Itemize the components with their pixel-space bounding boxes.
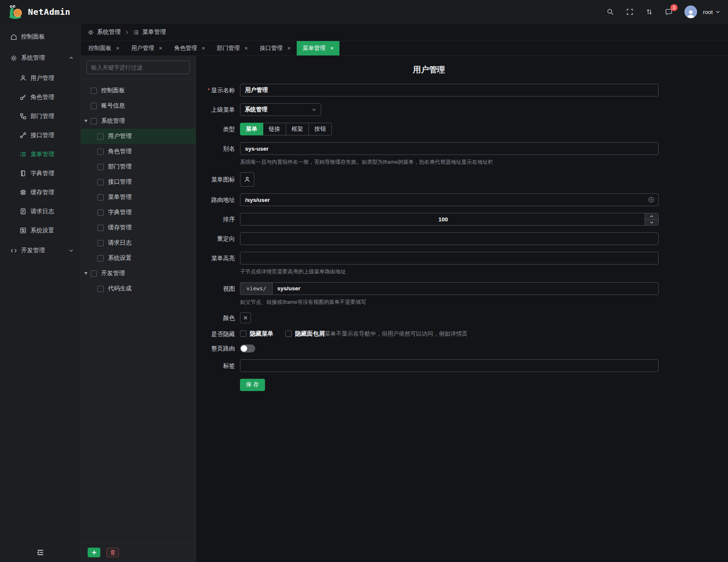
checkbox[interactable] xyxy=(240,331,246,337)
fullscreen-icon[interactable] xyxy=(626,8,634,16)
delete-menu-button[interactable] xyxy=(106,548,119,557)
decrement-button[interactable] xyxy=(645,220,658,226)
add-menu-button[interactable] xyxy=(88,548,100,557)
tree-filter-input[interactable] xyxy=(86,61,190,74)
search-icon[interactable] xyxy=(607,8,614,16)
route-input[interactable] xyxy=(240,193,659,206)
checkbox[interactable] xyxy=(97,133,104,140)
tree-item[interactable]: 请求日志 xyxy=(81,235,196,251)
menu-icon-picker[interactable] xyxy=(240,172,254,187)
tree-item[interactable]: 系统管理 xyxy=(81,113,196,129)
tree-item[interactable]: 缓存管理 xyxy=(81,220,196,235)
sidebar-item-departments[interactable]: 部门管理 xyxy=(0,107,80,126)
sidebar-group-system[interactable]: 系统管理 xyxy=(0,47,80,69)
hide-menu-checkbox-item[interactable]: 隐藏菜单 xyxy=(240,330,273,338)
tab-dashboard[interactable]: 控制面板× xyxy=(83,41,125,55)
tree-item[interactable]: 接口管理 xyxy=(81,174,196,190)
highlight-hint: 子节点或详情页需要高亮的上级菜单路由地址 xyxy=(240,268,659,275)
caret-down-icon[interactable] xyxy=(84,272,88,275)
type-option-menu[interactable]: 菜单 xyxy=(240,123,263,135)
tab-users[interactable]: 用户管理× xyxy=(125,41,168,55)
close-icon[interactable]: × xyxy=(330,45,334,51)
settings-icon xyxy=(19,227,27,234)
breadcrumb: 系统管理 菜单管理 xyxy=(81,24,728,41)
tab-roles[interactable]: 角色管理× xyxy=(168,41,211,55)
type-option-link[interactable]: 链接 xyxy=(263,123,286,135)
checkbox[interactable] xyxy=(97,240,104,246)
checkbox[interactable] xyxy=(97,286,104,292)
checkbox[interactable] xyxy=(91,103,97,109)
display-name-input[interactable] xyxy=(240,84,659,96)
redirect-label: 重定向 xyxy=(199,232,235,245)
checkbox[interactable] xyxy=(285,331,292,337)
sidebar-item-users[interactable]: 用户管理 xyxy=(0,69,80,88)
checkbox[interactable] xyxy=(97,164,104,170)
book-icon xyxy=(19,170,27,177)
tree-item[interactable]: 部门管理 xyxy=(81,159,196,174)
type-option-button[interactable]: 按钮 xyxy=(309,123,332,135)
redirect-input[interactable] xyxy=(240,232,659,245)
color-picker-button[interactable] xyxy=(240,312,251,323)
user-menu[interactable]: root xyxy=(703,9,720,15)
checkbox[interactable] xyxy=(91,118,97,124)
tree-item[interactable]: 账号信息 xyxy=(81,98,196,113)
avatar[interactable] xyxy=(684,6,697,18)
hide-breadcrumb-checkbox-item[interactable]: 隐藏面包屑 xyxy=(285,330,325,338)
alias-input[interactable] xyxy=(240,142,659,155)
tree-item[interactable]: 角色管理 xyxy=(81,144,196,159)
app-logo[interactable]: NetAdmin xyxy=(8,4,70,20)
breadcrumb-item-menus[interactable]: 菜单管理 xyxy=(133,28,166,36)
tab-api[interactable]: 接口管理× xyxy=(254,41,297,55)
sidebar-item-request-log[interactable]: 请求日志 xyxy=(0,202,80,221)
sort-input[interactable] xyxy=(240,213,659,226)
tree-item[interactable]: 字典管理 xyxy=(81,205,196,220)
close-icon[interactable]: × xyxy=(159,45,162,51)
caret-down-icon[interactable] xyxy=(84,120,88,122)
breadcrumb-item-system[interactable]: 系统管理 xyxy=(88,28,121,36)
tree-item[interactable]: 开发管理 xyxy=(81,266,196,281)
sidebar-item-dictionary[interactable]: 字典管理 xyxy=(0,164,80,183)
highlight-input[interactable] xyxy=(240,252,659,264)
parent-menu-select[interactable]: 系统管理 xyxy=(240,103,321,116)
view-input[interactable] xyxy=(272,282,659,295)
save-button[interactable]: 保 存 xyxy=(240,379,265,391)
tree-item[interactable]: 控制面板 xyxy=(81,83,196,98)
checkbox[interactable] xyxy=(97,209,104,216)
full-page-route-label: 整页路由 xyxy=(199,344,235,353)
tree-item[interactable]: 菜单管理 xyxy=(81,190,196,205)
tree-item[interactable]: 系统设置 xyxy=(81,251,196,266)
close-icon[interactable]: × xyxy=(116,45,119,51)
tree-item[interactable]: 代码生成 xyxy=(81,281,196,296)
sort-arrows-icon[interactable] xyxy=(645,8,653,16)
chevron-down-icon xyxy=(715,9,720,14)
sidebar-item-settings[interactable]: 系统设置 xyxy=(0,221,80,240)
tab-departments[interactable]: 部门管理× xyxy=(211,41,254,55)
sidebar-item-api[interactable]: 接口管理 xyxy=(0,126,80,145)
sidebar-item-cache[interactable]: 缓存管理 xyxy=(0,183,80,202)
checkbox[interactable] xyxy=(97,225,104,231)
type-option-iframe[interactable]: 框架 xyxy=(286,123,309,135)
sidebar-item-roles[interactable]: 角色管理 xyxy=(0,88,80,107)
checkbox[interactable] xyxy=(97,255,104,262)
increment-button[interactable] xyxy=(645,213,658,220)
tree-item-selected[interactable]: 用户管理 xyxy=(81,129,196,144)
checkbox[interactable] xyxy=(97,179,104,185)
close-icon[interactable]: × xyxy=(287,45,291,51)
clear-icon[interactable] xyxy=(648,197,654,203)
sidebar-item-dashboard[interactable]: 控制面板 xyxy=(0,26,80,47)
collapse-sidebar-icon[interactable] xyxy=(37,549,44,556)
notifications-button[interactable]: 3 xyxy=(665,8,673,16)
sidebar-group-development[interactable]: 开发管理 xyxy=(0,240,80,261)
checkbox[interactable] xyxy=(91,270,97,277)
chevron-up-icon xyxy=(649,214,654,219)
tab-menus[interactable]: 菜单管理× xyxy=(297,41,339,55)
checkbox[interactable] xyxy=(97,194,104,201)
sidebar-item-menus[interactable]: 菜单管理 xyxy=(0,145,80,164)
close-icon[interactable]: × xyxy=(245,45,248,51)
checkbox[interactable] xyxy=(91,88,97,94)
close-icon[interactable]: × xyxy=(201,45,205,51)
checkbox[interactable] xyxy=(97,149,104,155)
color-label: 颜色 xyxy=(199,312,235,323)
full-page-route-toggle[interactable] xyxy=(240,344,255,353)
tag-input[interactable] xyxy=(240,359,659,372)
